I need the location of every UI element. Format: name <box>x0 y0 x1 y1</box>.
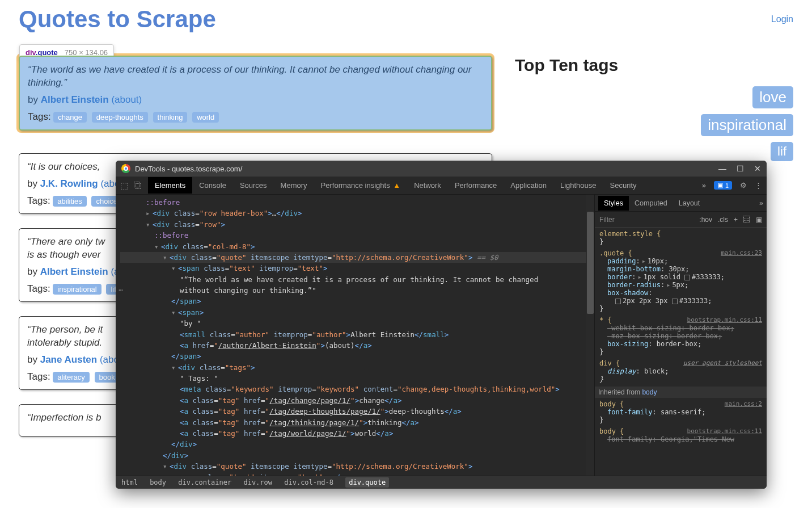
about-link[interactable]: (about) <box>111 94 142 105</box>
styles-filter[interactable]: Filter <box>599 216 693 224</box>
maximize-icon[interactable]: ☐ <box>737 164 744 173</box>
site-title[interactable]: Quotes to Scrape <box>19 6 216 33</box>
elements-scrollbar[interactable] <box>586 195 594 476</box>
tag[interactable]: deep-thoughts <box>92 112 148 123</box>
tab-performance[interactable]: Performance <box>448 177 504 194</box>
device-toggle-icon[interactable]: ⿻ <box>134 180 142 190</box>
tab-perf-insights[interactable]: Performance insights ▲ <box>314 177 408 194</box>
styles-tab-computed[interactable]: Computed <box>629 196 673 211</box>
cls-toggle[interactable]: .cls <box>718 216 728 224</box>
inspect-element-icon[interactable]: ⬚ <box>120 180 128 191</box>
issues-badge[interactable]: ▣ 1 <box>714 181 732 190</box>
devtools-window: DevTools - quotes.toscrape.com/ — ☐ ✕ ⬚ … <box>116 161 767 489</box>
top-tag[interactable]: love <box>752 86 793 108</box>
quote-text: “The world as we have created it is a pr… <box>28 64 483 90</box>
tag[interactable]: world <box>192 112 219 123</box>
tag[interactable]: inspirational <box>53 284 101 295</box>
login-link[interactable]: Login <box>771 14 793 24</box>
devtools-title: DevTools - quotes.toscrape.com/ <box>135 165 242 173</box>
tab-memory[interactable]: Memory <box>274 177 314 194</box>
tab-elements[interactable]: Elements <box>148 177 192 194</box>
tab-network[interactable]: Network <box>407 177 448 194</box>
settings-icon[interactable]: ⚙ <box>740 181 747 190</box>
author-link[interactable]: Jane Austen <box>40 354 97 365</box>
tag[interactable]: abilities <box>53 196 86 207</box>
author-link[interactable]: Albert Einstein <box>40 266 108 277</box>
new-style-icon[interactable]: + <box>734 216 738 224</box>
elements-breadcrumb[interactable]: html body div.container div.row div.col-… <box>116 476 767 489</box>
tag[interactable]: thinking <box>153 112 188 123</box>
tab-security[interactable]: Security <box>603 177 644 194</box>
tab-sources[interactable]: Sources <box>233 177 274 194</box>
styles-panel: Styles Computed Layout » Filter :hov .cl… <box>594 195 767 476</box>
more-tabs-icon[interactable]: » <box>702 181 706 190</box>
close-icon[interactable]: ✕ <box>754 164 761 173</box>
author-link[interactable]: Albert Einstein <box>41 94 109 105</box>
chrome-icon <box>121 164 130 173</box>
tab-console[interactable]: Console <box>192 177 233 194</box>
top-tags-title: Top Ten tags <box>515 56 793 75</box>
elements-panel[interactable]: ::before ▸<div class="row header-box">…<… <box>116 195 594 476</box>
tag[interactable]: change <box>53 112 87 123</box>
kebab-icon[interactable]: ⋮ <box>755 181 762 190</box>
quote-byline: by Albert Einstein (about) <box>28 94 483 106</box>
tag[interactable]: aliteracy <box>53 372 89 383</box>
styles-tab-layout[interactable]: Layout <box>673 196 706 211</box>
box-model-icon[interactable]: ▣ <box>756 216 762 224</box>
computed-sidebar-icon[interactable]: ⿳ <box>743 216 750 224</box>
top-tag[interactable]: lif <box>771 142 793 161</box>
selected-element-line[interactable]: ▾<div class="quote" itemscope itemtype="… <box>120 252 590 263</box>
top-tag[interactable]: inspirational <box>701 114 793 136</box>
tab-application[interactable]: Application <box>504 177 553 194</box>
styles-tab-styles[interactable]: Styles <box>598 196 629 211</box>
author-link[interactable]: J.K. Rowling <box>40 178 98 189</box>
tab-lighthouse[interactable]: Lighthouse <box>553 177 603 194</box>
tags-row: Tags: change deep-thoughts thinking worl… <box>28 111 483 123</box>
devtools-tabs: ⬚ ⿻ Elements Console Sources Memory Perf… <box>116 177 767 195</box>
devtools-titlebar[interactable]: DevTools - quotes.toscrape.com/ — ☐ ✕ <box>116 161 767 177</box>
minimize-icon[interactable]: — <box>718 164 726 173</box>
more-styles-tabs-icon[interactable]: » <box>759 199 763 207</box>
quote-card: “The world as we have created it is a pr… <box>19 56 492 131</box>
hov-toggle[interactable]: :hov <box>699 216 712 224</box>
